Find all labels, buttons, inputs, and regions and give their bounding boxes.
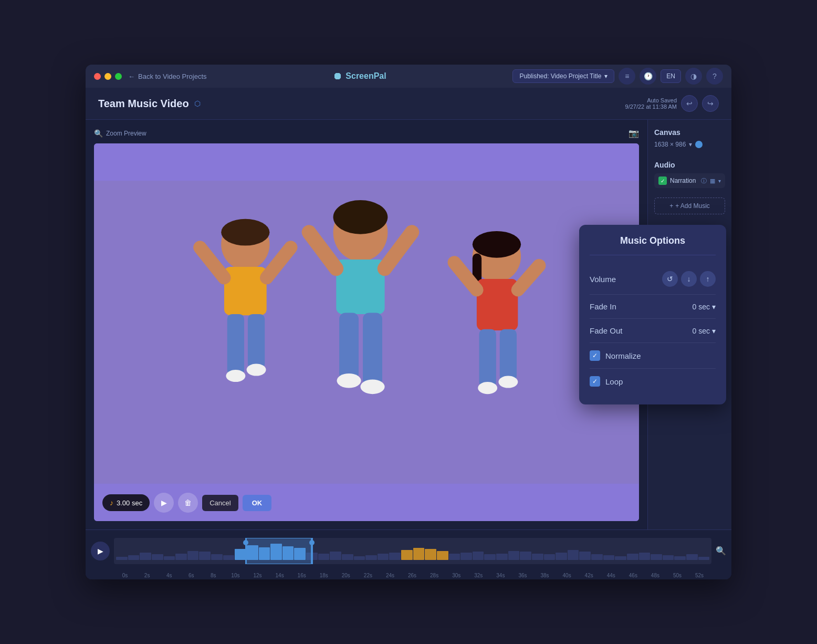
duration-value: 3.00 sec xyxy=(117,499,142,507)
undo-button[interactable]: ↩ xyxy=(681,95,698,112)
published-label: Published: Video Project Title xyxy=(519,72,601,80)
play-timeline-button[interactable]: ▶ xyxy=(91,542,110,560)
time-label-28s: 28s xyxy=(423,573,445,578)
normalize-label: Normalize xyxy=(605,351,716,360)
project-title: Team Music Video xyxy=(98,98,189,110)
canvas-label: Canvas xyxy=(654,128,725,137)
canvas-section: Canvas 1638 × 986 ▾ xyxy=(654,128,725,152)
help-button[interactable]: ? xyxy=(706,68,723,85)
svg-point-27 xyxy=(478,382,497,394)
canvas-color-dot[interactable] xyxy=(695,141,703,148)
zoom-label[interactable]: Zoom Preview xyxy=(106,130,146,137)
normalize-checkbox[interactable]: ✓ xyxy=(590,350,600,361)
time-label-20s: 20s xyxy=(335,573,357,578)
time-label-34s: 34s xyxy=(489,573,511,578)
music-options-title: Music Options xyxy=(590,235,716,255)
back-nav[interactable]: ← Back to Video Projects xyxy=(128,72,207,80)
narration-dropdown-icon[interactable]: ▾ xyxy=(718,178,721,184)
normalize-option-row[interactable]: ✓ Normalize xyxy=(590,343,716,369)
time-label-48s: 48s xyxy=(644,573,666,578)
zoom-bar: 🔍 Zoom Preview 📷 xyxy=(94,128,639,138)
edit-title-icon[interactable]: ⬡ xyxy=(194,99,201,108)
narration-label: Narration xyxy=(670,177,696,184)
canvas-dropdown-arrow[interactable]: ▾ xyxy=(689,141,692,148)
time-label-2s: 2s xyxy=(136,573,158,578)
time-label-8s: 8s xyxy=(202,573,224,578)
decrease-volume-button[interactable]: ↓ xyxy=(681,271,697,287)
loop-checkbox[interactable]: ✓ xyxy=(590,376,600,387)
time-label-40s: 40s xyxy=(556,573,578,578)
svg-point-28 xyxy=(498,376,518,388)
logo-area: ⏺ ScreenPal xyxy=(213,71,507,82)
loop-option-row[interactable]: ✓ Loop xyxy=(590,369,716,394)
time-label-0s: 0s xyxy=(114,573,136,578)
minimize-button[interactable] xyxy=(104,73,111,80)
time-label-36s: 36s xyxy=(511,573,533,578)
fade-in-dropdown-icon[interactable]: ▾ xyxy=(712,303,716,311)
audio-label: Audio xyxy=(654,161,725,169)
time-label-18s: 18s xyxy=(313,573,335,578)
time-label-46s: 46s xyxy=(622,573,644,578)
play-overlay-button[interactable]: ▶ xyxy=(154,493,174,513)
time-label-26s: 26s xyxy=(401,573,423,578)
app-title: ScreenPal xyxy=(345,71,386,81)
timeline-selection[interactable] xyxy=(245,538,311,564)
svg-point-8 xyxy=(226,370,245,382)
narration-checkbox[interactable]: ✓ xyxy=(658,176,667,185)
svg-point-17 xyxy=(337,373,361,388)
narration-row: ✓ Narration ⓘ ▦ ▾ xyxy=(654,173,725,188)
back-label: Back to Video Projects xyxy=(138,72,207,80)
music-options-popup: Music Options Volume ↺ ↓ ↑ Fade In 0 sec… xyxy=(579,225,726,404)
fade-in-label: Fade In xyxy=(590,302,693,311)
fade-in-option-row: Fade In 0 sec ▾ xyxy=(590,295,716,319)
published-button[interactable]: Published: Video Project Title ▾ xyxy=(512,69,614,83)
timeline-area: ▶ xyxy=(86,529,731,572)
music-note-icon: ♪ xyxy=(110,498,113,507)
project-header: Team Music Video ⬡ Auto Saved 9/27/22 at… xyxy=(86,88,731,120)
timeline-handle-left[interactable] xyxy=(245,538,247,564)
svg-rect-12 xyxy=(336,259,384,314)
camera-icon[interactable]: 📷 xyxy=(629,128,639,138)
time-label-12s: 12s xyxy=(246,573,268,578)
auto-saved-label: Auto Saved 9/27/22 at 11:38 AM xyxy=(625,97,677,110)
video-scene: ♪ 3.00 sec ▶ 🗑 Cancel OK xyxy=(94,143,639,521)
traffic-lights xyxy=(94,73,122,80)
time-label-22s: 22s xyxy=(357,573,379,578)
reset-volume-button[interactable]: ↺ xyxy=(662,271,678,287)
layers-button[interactable]: ◑ xyxy=(685,68,702,85)
history-button[interactable]: 🕐 xyxy=(640,68,656,85)
svg-point-18 xyxy=(360,379,384,394)
timeline-search-icon[interactable]: 🔍 xyxy=(716,546,726,556)
fade-out-value: 0 sec xyxy=(693,327,710,335)
fade-out-label: Fade Out xyxy=(590,326,693,335)
svg-rect-15 xyxy=(339,313,359,380)
delete-button[interactable]: 🗑 xyxy=(178,493,198,513)
time-label-32s: 32s xyxy=(467,573,489,578)
menu-button[interactable]: ≡ xyxy=(619,68,635,85)
increase-volume-button[interactable]: ↑ xyxy=(700,271,716,287)
close-button[interactable] xyxy=(94,73,101,80)
language-button[interactable]: EN xyxy=(661,69,681,83)
canvas-size-value: 1638 × 986 xyxy=(654,141,686,148)
app-window: ← Back to Video Projects ⏺ ScreenPal Pub… xyxy=(86,65,731,579)
maximize-button[interactable] xyxy=(115,73,122,80)
timeline-track[interactable] xyxy=(114,538,711,564)
canvas-area: 🔍 Zoom Preview 📷 xyxy=(86,120,647,529)
fade-out-dropdown-icon[interactable]: ▾ xyxy=(712,327,716,335)
add-music-button[interactable]: + + Add Music xyxy=(654,198,725,214)
svg-rect-7 xyxy=(248,314,265,369)
timeline-handle-right[interactable] xyxy=(311,538,313,564)
time-label-30s: 30s xyxy=(445,573,467,578)
time-label-50s: 50s xyxy=(666,573,688,578)
cancel-button[interactable]: Cancel xyxy=(202,495,238,511)
redo-button[interactable]: ↪ xyxy=(702,95,719,112)
dropdown-arrow-icon: ▾ xyxy=(604,72,607,80)
narration-info-icon[interactable]: ⓘ xyxy=(701,177,707,185)
svg-point-2 xyxy=(221,219,269,246)
ok-button[interactable]: OK xyxy=(243,495,272,511)
volume-option-row: Volume ↺ ↓ ↑ xyxy=(590,264,716,295)
time-label-52s: 52s xyxy=(688,573,710,578)
zoom-icon: 🔍 xyxy=(94,129,103,138)
narration-bars-icon[interactable]: ▦ xyxy=(710,178,715,184)
volume-controls: ↺ ↓ ↑ xyxy=(662,271,716,287)
